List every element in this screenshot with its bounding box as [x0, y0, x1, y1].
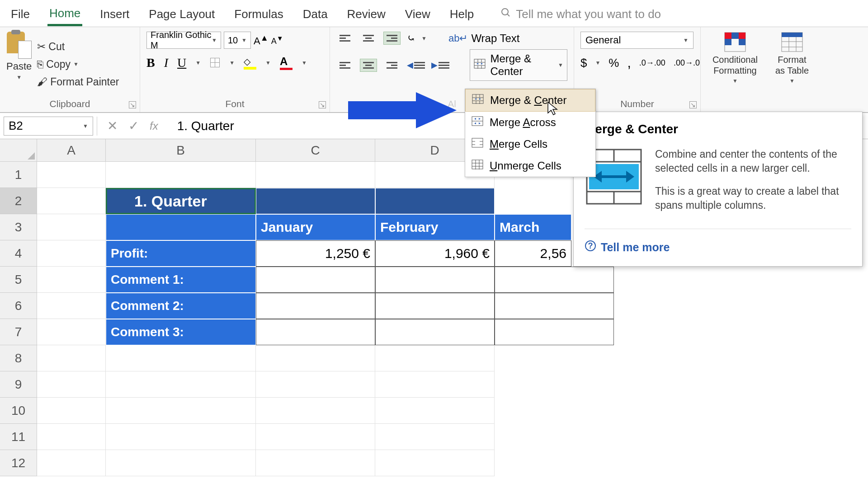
cell-d8[interactable]: [375, 345, 495, 371]
cell-c12[interactable]: [256, 450, 375, 476]
cell-a3[interactable]: [37, 214, 106, 240]
increase-indent-button[interactable]: ▶: [431, 60, 449, 70]
border-button[interactable]: [210, 57, 220, 68]
align-center-button[interactable]: [360, 59, 377, 72]
decrease-font-icon[interactable]: A▼: [271, 34, 283, 46]
bold-button[interactable]: B: [146, 56, 155, 70]
format-as-table-button[interactable]: Format as Table▼: [772, 32, 812, 84]
cell-a7[interactable]: [37, 319, 106, 345]
col-header-c[interactable]: C: [256, 139, 375, 162]
font-name-select[interactable]: Franklin Gothic M▼: [146, 32, 221, 49]
menu-merge-center[interactable]: Merge & Center: [465, 89, 595, 112]
formula-bar-content[interactable]: 1. Quarter: [168, 119, 234, 133]
cell-a1[interactable]: [37, 162, 106, 188]
cell-a4[interactable]: [37, 240, 106, 267]
fx-icon[interactable]: fx: [150, 120, 158, 132]
cell-b4[interactable]: Profit:: [106, 240, 256, 267]
italic-button[interactable]: I: [164, 56, 168, 70]
decrease-indent-button[interactable]: ◀: [407, 60, 425, 70]
cell-e4[interactable]: 2,56: [495, 240, 571, 267]
conditional-formatting-button[interactable]: Conditional Formatting▼: [707, 32, 763, 84]
row-header-12[interactable]: 12: [0, 450, 37, 476]
cell-a10[interactable]: [37, 398, 106, 424]
cell-c7[interactable]: [256, 319, 375, 345]
cell-d7[interactable]: [375, 319, 495, 345]
row-header-7[interactable]: 7: [0, 319, 37, 345]
cell-a2[interactable]: [37, 188, 106, 214]
align-middle-button[interactable]: [360, 32, 377, 45]
cell-c9[interactable]: [256, 371, 375, 398]
number-format-select[interactable]: General▼: [580, 32, 693, 49]
cell-b5[interactable]: Comment 1:: [106, 267, 256, 293]
tab-insert[interactable]: Insert: [98, 4, 131, 25]
tell-me-input[interactable]: Tell me what you want to do: [516, 7, 661, 21]
cell-e3[interactable]: March: [495, 214, 571, 240]
align-right-button[interactable]: [383, 59, 401, 72]
format-painter-button[interactable]: 🖌 Format Painter: [37, 74, 119, 90]
menu-unmerge-cells[interactable]: Unmerge Cells: [465, 155, 595, 177]
paste-button[interactable]: Paste ▼: [6, 32, 32, 97]
align-left-button[interactable]: [336, 59, 354, 72]
cell-d11[interactable]: [375, 424, 495, 450]
row-header-10[interactable]: 10: [0, 398, 37, 424]
cell-e6[interactable]: [495, 293, 614, 319]
col-header-b[interactable]: B: [106, 139, 256, 162]
tab-page-layout[interactable]: Page Layout: [147, 4, 217, 25]
cell-c8[interactable]: [256, 345, 375, 371]
enter-icon[interactable]: ✓: [128, 118, 139, 133]
cell-c1[interactable]: [256, 162, 375, 188]
percent-button[interactable]: %: [609, 56, 619, 70]
cell-b2[interactable]: 1. Quarter: [106, 188, 256, 214]
row-header-11[interactable]: 11: [0, 424, 37, 450]
font-dialog-launcher[interactable]: ↘: [319, 101, 326, 108]
increase-font-icon[interactable]: A▲: [254, 33, 269, 47]
row-header-2[interactable]: 2: [0, 188, 37, 214]
cell-d4[interactable]: 1,960 €: [375, 240, 495, 267]
search-icon[interactable]: [500, 7, 511, 21]
clipboard-dialog-launcher[interactable]: ↘: [129, 101, 136, 108]
cancel-icon[interactable]: ✕: [107, 118, 118, 133]
row-header-3[interactable]: 3: [0, 214, 37, 240]
tab-file[interactable]: File: [9, 4, 32, 25]
row-header-4[interactable]: 4: [0, 240, 37, 267]
cell-b8[interactable]: [106, 345, 256, 371]
cell-a6[interactable]: [37, 293, 106, 319]
copy-button[interactable]: ⎘ Copy ▼: [37, 56, 119, 72]
cell-d2[interactable]: [375, 188, 495, 214]
cell-c2[interactable]: [256, 188, 375, 214]
name-box[interactable]: B2▼: [4, 117, 93, 136]
cell-d5[interactable]: [375, 267, 495, 293]
tab-view[interactable]: View: [403, 4, 432, 25]
cell-a8[interactable]: [37, 345, 106, 371]
cell-a9[interactable]: [37, 371, 106, 398]
tab-review[interactable]: Review: [345, 4, 387, 25]
tab-help[interactable]: Help: [448, 4, 476, 25]
decrease-decimal-button[interactable]: .00→.0: [674, 58, 700, 68]
fill-color-button[interactable]: ◇: [244, 56, 256, 70]
orientation-button[interactable]: ⤿: [407, 33, 415, 44]
cell-c3[interactable]: January: [256, 214, 375, 240]
comma-button[interactable]: ,: [627, 55, 631, 70]
wrap-text-button[interactable]: ab↵ Wrap Text: [448, 32, 520, 45]
tell-me-more-link[interactable]: ? Tell me more: [585, 240, 851, 254]
row-header-1[interactable]: 1: [0, 162, 37, 188]
cell-a5[interactable]: [37, 267, 106, 293]
cell-d3[interactable]: February: [375, 214, 495, 240]
cell-c5[interactable]: [256, 267, 375, 293]
increase-decimal-button[interactable]: .0→.00: [639, 58, 665, 68]
underline-button[interactable]: U: [177, 56, 186, 70]
cell-e5[interactable]: [495, 267, 614, 293]
cell-b12[interactable]: [106, 450, 256, 476]
cell-d9[interactable]: [375, 371, 495, 398]
cell-b3[interactable]: [106, 214, 256, 240]
cell-c11[interactable]: [256, 424, 375, 450]
col-header-a[interactable]: A: [37, 139, 106, 162]
cell-b6[interactable]: Comment 2:: [106, 293, 256, 319]
cell-d6[interactable]: [375, 293, 495, 319]
row-header-9[interactable]: 9: [0, 371, 37, 398]
select-all-corner[interactable]: [0, 139, 37, 162]
currency-button[interactable]: $: [580, 56, 587, 70]
cell-e7[interactable]: [495, 319, 614, 345]
cell-b10[interactable]: [106, 398, 256, 424]
row-header-6[interactable]: 6: [0, 293, 37, 319]
